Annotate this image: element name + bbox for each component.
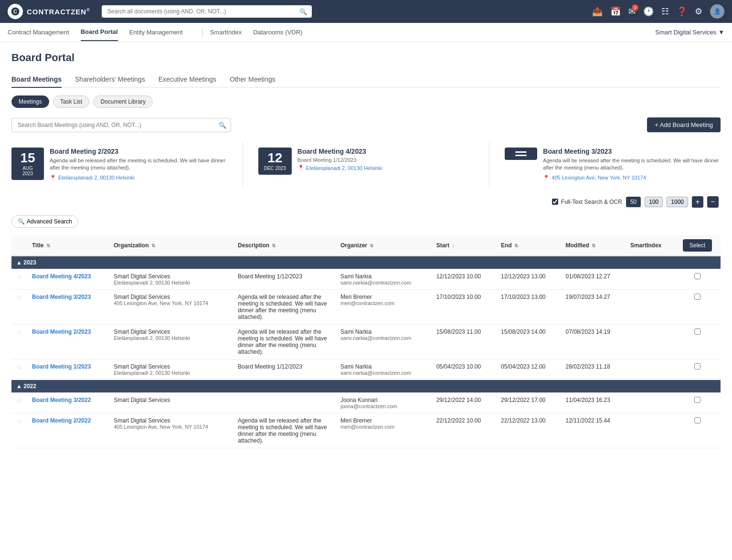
col-end[interactable]: End ⇅ <box>496 235 561 256</box>
global-search-bar[interactable]: 🔍 <box>102 5 312 18</box>
year-label: ▲ 2022 <box>11 380 721 392</box>
checkbox-cell[interactable] <box>674 324 721 359</box>
star-cell[interactable]: ☆ <box>11 289 27 324</box>
table-row: ☆ Board Meeting 4/2023 Smart Digital Ser… <box>11 269 721 289</box>
notifications-icon[interactable]: ✉ 3 <box>628 6 636 17</box>
add-board-meeting-button[interactable]: + Add Board Meeting <box>647 117 721 132</box>
year-group-2022: ▲ 2022 <box>11 380 721 392</box>
star-icon[interactable]: ☆ <box>16 363 22 371</box>
fts-num-1000[interactable]: 1000 <box>667 197 688 207</box>
star-icon[interactable]: ☆ <box>16 294 22 301</box>
fts-checkbox[interactable] <box>552 199 558 205</box>
card-title[interactable]: Board Meeting 3/2023 <box>543 148 721 155</box>
title-link[interactable]: Board Meeting 2/2023 <box>32 328 91 335</box>
fts-num-100[interactable]: 100 <box>645 197 663 207</box>
star-icon[interactable]: ☆ <box>16 417 22 425</box>
card-location[interactable]: 📍 405 Lexington Ave, New York, NY 10174 <box>543 175 721 181</box>
tab-other-meetings[interactable]: Other Meetings <box>230 72 276 88</box>
select-all-button[interactable]: Select <box>683 239 712 252</box>
date-box-bm3-2023[interactable] <box>505 148 537 160</box>
advanced-search-button[interactable]: 🔍 Advanced Search <box>11 215 78 228</box>
nav-datarooms[interactable]: Datarooms (VDR) <box>253 24 302 41</box>
tab-executive-meetings[interactable]: Executive Meetings <box>159 72 216 88</box>
date-box-bm4-2023[interactable]: 12 DEC 2023 <box>258 148 292 175</box>
meetings-sub-btn[interactable]: Meetings <box>11 95 49 108</box>
col-title[interactable]: Title ⇅ <box>27 235 109 256</box>
upload-icon[interactable]: 📤 <box>592 6 603 17</box>
board-search-input[interactable] <box>11 118 231 132</box>
col-description[interactable]: Description ⇅ <box>233 235 336 256</box>
nav-entity-management[interactable]: Entity Management <box>129 24 183 41</box>
star-icon[interactable]: ☆ <box>16 273 22 281</box>
meeting-cards: 15 AUG 2023 Board Meeting 2/2023 Agenda … <box>11 142 721 187</box>
row-checkbox[interactable] <box>694 397 700 403</box>
chevron-down-icon: ▼ <box>718 29 724 36</box>
col-select[interactable]: Select <box>674 235 721 256</box>
notification-badge: 3 <box>632 4 638 11</box>
checkbox-cell[interactable] <box>674 269 721 289</box>
star-icon[interactable]: ☆ <box>16 397 22 404</box>
organizer-email: sami.narkia@contractzen.com <box>340 370 427 376</box>
star-cell[interactable]: ☆ <box>11 269 27 289</box>
organizer-email: sami.narkia@contractzen.com <box>340 335 427 341</box>
fts-minus-button[interactable]: − <box>707 196 719 208</box>
star-cell[interactable]: ☆ <box>11 359 27 380</box>
meeting-card-bm2-2023: 15 AUG 2023 Board Meeting 2/2023 Agenda … <box>11 142 227 187</box>
row-checkbox[interactable] <box>694 363 700 370</box>
card-title[interactable]: Board Meeting 4/2023 <box>297 148 382 155</box>
user-avatar[interactable]: 👤 <box>710 4 724 19</box>
card-title[interactable]: Board Meeting 2/2023 <box>50 148 227 155</box>
modified-cell: 19/07/2023 14.27 <box>561 289 626 324</box>
title-link[interactable]: Board Meeting 3/2022 <box>32 397 91 403</box>
col-organization[interactable]: Organization ⇅ <box>109 235 233 256</box>
title-link[interactable]: Board Meeting 4/2023 <box>32 273 91 280</box>
checkbox-cell[interactable] <box>674 413 721 448</box>
title-link[interactable]: Board Meeting 2/2022 <box>32 417 91 424</box>
document-library-sub-btn[interactable]: Document Library <box>93 95 153 108</box>
card-info-bm4-2023: Board Meeting 4/2023 Board Meeting 1/12/… <box>297 148 382 171</box>
title-link[interactable]: Board Meeting 3/2023 <box>32 294 91 300</box>
row-checkbox[interactable] <box>694 328 700 335</box>
grid-icon[interactable]: ☷ <box>661 6 669 17</box>
smart-digital-services-link[interactable]: Smart Digital Services ▼ <box>655 29 724 36</box>
table-row: ☆ Board Meeting 3/2023 Smart Digital Ser… <box>11 289 721 324</box>
star-cell[interactable]: ☆ <box>11 324 27 359</box>
card-location[interactable]: 📍 Eteläesplanadi 2, 00130 Helsinki <box>50 175 227 181</box>
board-search-container: 🔍 <box>11 118 231 132</box>
tasklist-sub-btn[interactable]: Task List <box>53 95 90 108</box>
org-cell: Smart Digital Services <box>109 392 233 413</box>
row-checkbox[interactable] <box>694 417 700 423</box>
card-info-bm3-2023: Board Meeting 3/2023 Agenda will be rele… <box>543 148 721 181</box>
year-label: ▲ 2023 <box>11 256 721 269</box>
nav-contract-management[interactable]: Contract Management <box>8 24 69 41</box>
col-modified[interactable]: Modified ⇅ <box>561 235 626 256</box>
title-link[interactable]: Board Meeting 1/2023 <box>32 363 91 370</box>
global-search-input[interactable] <box>102 5 312 18</box>
checkbox-cell[interactable] <box>674 392 721 413</box>
nav-board-portal[interactable]: Board Portal <box>81 23 118 41</box>
fts-num-50[interactable]: 50 <box>626 197 641 207</box>
help-icon[interactable]: ❓ <box>677 6 687 17</box>
star-cell[interactable]: ☆ <box>11 413 27 448</box>
col-organizer[interactable]: Organizer ⇅ <box>336 235 432 256</box>
fts-plus-button[interactable]: + <box>692 196 703 208</box>
row-checkbox[interactable] <box>694 273 700 279</box>
checkbox-cell[interactable] <box>674 289 721 324</box>
col-start[interactable]: Start ↓ <box>432 235 496 256</box>
calendar-icon[interactable]: 📅 <box>610 6 621 17</box>
row-checkbox[interactable] <box>694 294 700 300</box>
tab-shareholders-meetings[interactable]: Shareholders' Meetings <box>75 72 145 88</box>
nav-smartindex[interactable]: SmartIndex <box>210 24 242 41</box>
checkbox-cell[interactable] <box>674 359 721 380</box>
history-icon[interactable]: 🕐 <box>643 6 654 17</box>
star-icon[interactable]: ☆ <box>16 328 22 336</box>
tab-board-meetings[interactable]: Board Meetings <box>11 72 62 88</box>
org-cell: Smart Digital Services405 Lexington Ave,… <box>109 289 233 324</box>
card-location[interactable]: 📍 Eteläesplanadi 2, 00130 Helsinki <box>297 165 382 171</box>
settings-icon[interactable]: ⚙ <box>695 6 702 17</box>
nav-divider <box>202 28 202 37</box>
start-cell: 15/08/2023 11.00 <box>432 324 496 359</box>
date-box-bm2-2023[interactable]: 15 AUG 2023 <box>11 148 44 180</box>
star-cell[interactable]: ☆ <box>11 392 27 413</box>
fts-checkbox-label[interactable]: Full-Text Search & OCR <box>552 199 622 205</box>
